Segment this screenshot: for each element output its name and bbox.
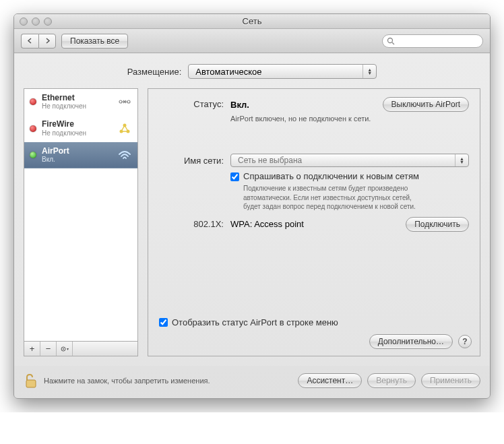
- gear-icon: [60, 345, 69, 353]
- status-dot-icon: [30, 98, 36, 105]
- sidebar-item-status: Вкл.: [42, 156, 112, 164]
- sidebar-item-name: AirPort: [42, 146, 112, 156]
- status-value: Вкл.: [230, 100, 249, 110]
- network-name-label: Имя сети:: [156, 154, 230, 166]
- sidebar-item-airport[interactable]: AirPort Вкл.: [24, 142, 137, 168]
- svg-point-2: [119, 100, 122, 103]
- show-in-menubar-row: Отобразить статус AirPort в строке меню: [159, 317, 338, 327]
- advanced-button[interactable]: Дополнительно…: [369, 334, 453, 349]
- location-select[interactable]: Автоматическое ▲▼: [188, 64, 377, 79]
- network-preferences-window: Сеть Показать все Размещение: Автоматиче…: [13, 13, 491, 399]
- sidebar-item-name: FireWire: [42, 119, 112, 129]
- back-button[interactable]: [21, 34, 38, 49]
- ethernet-icon: [117, 96, 132, 107]
- location-label: Размещение:: [127, 67, 182, 77]
- network-name-select[interactable]: Сеть не выбрана ▲▼: [230, 154, 469, 167]
- location-row: Размещение: Автоматическое ▲▼: [24, 64, 480, 79]
- sidebar-item-text: Ethernet Не подключен: [42, 93, 112, 110]
- forward-button[interactable]: [38, 34, 56, 49]
- svg-point-3: [127, 100, 130, 103]
- lock-text: Нажмите на замок, чтобы запретить измене…: [44, 377, 210, 385]
- unlocked-padlock-icon: [24, 373, 38, 389]
- select-arrows-icon: ▲▼: [363, 65, 372, 78]
- dot1x-label: 802.1X:: [156, 219, 230, 229]
- dot1x-row: 802.1X: WPA: Access point Подключить: [156, 217, 469, 232]
- status-value-area: Вкл. Выключить AirPort AirPort включен, …: [230, 97, 469, 123]
- toggle-airport-button[interactable]: Выключить AirPort: [383, 97, 469, 112]
- sidebar-footer: + −: [24, 342, 138, 356]
- apply-button[interactable]: Применить: [421, 373, 480, 388]
- svg-line-1: [392, 42, 394, 44]
- network-name-value: Сеть не выбрана: [238, 156, 302, 165]
- status-subtext: AirPort включен, но не подключен к сети.: [230, 115, 469, 123]
- lock-area[interactable]: Нажмите на замок, чтобы запретить измене…: [24, 373, 210, 389]
- add-interface-button[interactable]: +: [24, 342, 40, 356]
- sidebar-item-text: AirPort Вкл.: [42, 146, 112, 164]
- sidebar-item-ethernet[interactable]: Ethernet Не подключен: [24, 89, 137, 115]
- titlebar: Сеть: [14, 14, 490, 29]
- wifi-icon: [117, 150, 132, 160]
- sidebar-item-name: Ethernet: [42, 93, 112, 102]
- show-in-menubar-label: Отобразить статус AirPort в строке меню: [172, 317, 338, 327]
- sidebar-item-firewire[interactable]: FireWire Не подключен: [24, 115, 137, 141]
- sidebar-item-status: Не подключен: [42, 102, 112, 110]
- toolbar: Показать все: [14, 29, 490, 53]
- svg-point-0: [388, 38, 393, 42]
- body-area: Размещение: Автоматическое ▲▼ Ethernet Н…: [14, 53, 490, 366]
- show-all-button[interactable]: Показать все: [61, 34, 128, 49]
- search-input[interactable]: [382, 34, 483, 48]
- status-label: Статус:: [156, 97, 230, 109]
- select-arrows-icon: ▲▼: [455, 154, 464, 166]
- footer-bar: Нажмите на замок, чтобы запретить измене…: [14, 366, 490, 398]
- status-row: Статус: Вкл. Выключить AirPort AirPort в…: [156, 97, 469, 123]
- detail-bottom-actions: Дополнительно… ?: [369, 334, 472, 349]
- revert-button[interactable]: Вернуть: [367, 373, 416, 388]
- help-button[interactable]: ?: [458, 335, 472, 348]
- dot1x-connect-button[interactable]: Подключить: [406, 217, 469, 232]
- interface-sidebar: Ethernet Не подключен FireWire Не подклю…: [24, 88, 138, 342]
- location-value: Автоматическое: [195, 67, 261, 77]
- status-dot-icon: [30, 152, 36, 158]
- search-icon: [387, 37, 395, 45]
- sidebar-item-status: Не подключен: [42, 129, 112, 137]
- window-title: Сеть: [14, 16, 490, 26]
- show-in-menubar-checkbox[interactable]: [159, 318, 168, 327]
- interface-actions-button[interactable]: [57, 342, 73, 356]
- ask-new-networks-row: Спрашивать о подключении к новым сетям П…: [230, 171, 469, 212]
- assist-button[interactable]: Ассистент…: [298, 373, 362, 388]
- network-name-row: Имя сети: Сеть не выбрана ▲▼ Спрашивать …: [156, 154, 469, 212]
- remove-interface-button[interactable]: −: [40, 342, 57, 356]
- status-dot-icon: [30, 125, 36, 132]
- ask-new-networks-label: Спрашивать о подключении к новым сетям: [243, 171, 419, 181]
- sidebar-column: Ethernet Не подключен FireWire Не подклю…: [24, 88, 138, 356]
- main-row: Ethernet Не подключен FireWire Не подклю…: [24, 88, 480, 356]
- detail-panel: Статус: Вкл. Выключить AirPort AirPort в…: [148, 88, 480, 356]
- sidebar-item-text: FireWire Не подключен: [42, 119, 112, 137]
- dot1x-value: WPA: Access point: [230, 219, 304, 229]
- svg-rect-9: [26, 380, 36, 387]
- nav-segment: [21, 34, 56, 49]
- firewire-icon: [117, 123, 132, 135]
- ask-new-networks-checkbox[interactable]: [230, 172, 239, 181]
- svg-point-8: [63, 348, 64, 350]
- ask-new-networks-desc: Подключение к известным сетям будет прои…: [243, 184, 418, 212]
